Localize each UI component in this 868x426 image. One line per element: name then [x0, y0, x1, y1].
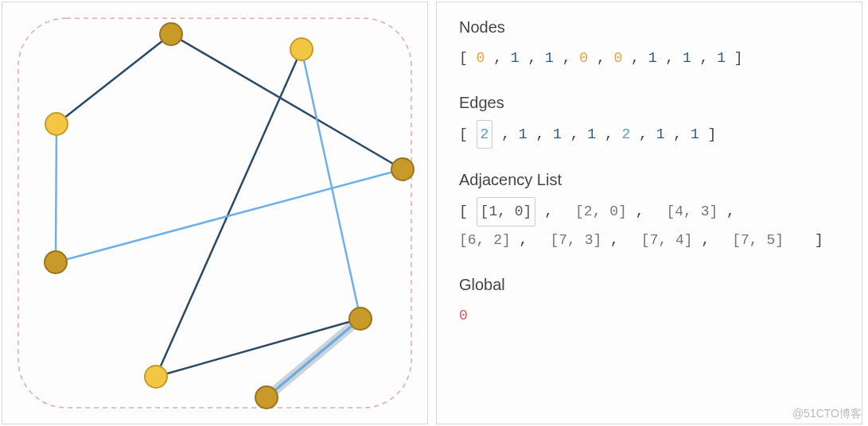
graph-node[interactable]	[160, 23, 182, 45]
graph-node[interactable]	[290, 38, 313, 60]
global-section: Global 0	[459, 276, 839, 329]
nodes-heading: Nodes	[459, 18, 839, 37]
adjacency-heading: Adjacency List	[459, 171, 839, 189]
graph-edge	[56, 124, 56, 262]
edges-section: Edges [ 2 , 1 , 1 , 1 , 2 , 1 , 1 ]	[459, 94, 839, 149]
graph-edge	[171, 34, 403, 169]
adjacency-list: [ [1, 0] ,[2, 0] ,[4, 3] ,[6, 2] ,[7, 3]…	[459, 197, 839, 253]
graph-node[interactable]	[255, 386, 278, 409]
edges-array: [ 2 , 1 , 1 , 1 , 2 , 1 , 1 ]	[459, 120, 839, 149]
svg-rect-0	[18, 18, 411, 408]
adjacency-section: Adjacency List [ [1, 0] ,[2, 0] ,[4, 3] …	[459, 171, 839, 253]
graph-node[interactable]	[391, 158, 414, 180]
graph-node[interactable]	[45, 251, 67, 273]
graph-panel	[2, 2, 428, 424]
nodes-array: [ 0 , 1 , 1 , 0 , 0 , 1 , 1 , 1 ]	[459, 45, 839, 72]
nodes-section: Nodes [ 0 , 1 , 1 , 0 , 0 , 1 , 1 , 1 ]	[459, 18, 839, 72]
graph-node[interactable]	[349, 308, 372, 330]
edges-heading: Edges	[459, 94, 839, 112]
graph-node[interactable]	[45, 113, 68, 135]
graph-edge	[56, 34, 171, 124]
data-panel: Nodes [ 0 , 1 , 1 , 0 , 0 , 1 , 1 , 1 ] …	[436, 2, 862, 424]
global-heading: Global	[459, 276, 839, 294]
svg-line-3	[56, 169, 403, 262]
graph-edge	[302, 49, 360, 319]
graph-node[interactable]	[145, 366, 167, 388]
global-value: 0	[459, 302, 839, 329]
svg-line-2	[267, 319, 360, 397]
graph-svg	[2, 2, 427, 424]
